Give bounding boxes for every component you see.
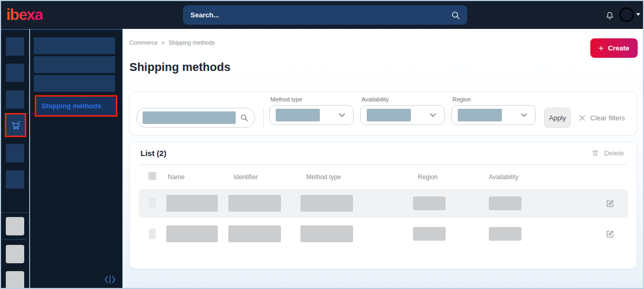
global-search-input[interactable]: [183, 11, 451, 19]
rail-item-placeholder[interactable]: [6, 217, 24, 235]
redacted-search-text: [143, 111, 236, 124]
redacted-region-cell: [413, 197, 446, 210]
edit-icon[interactable]: [606, 230, 615, 239]
shipping-methods-list: List (2) Delete Name Identifier Method t…: [129, 142, 637, 269]
create-button-label: Create: [608, 44, 629, 52]
table-row[interactable]: [138, 189, 628, 218]
delete-button-label: Delete: [604, 149, 624, 157]
chevron-down-icon: [338, 111, 346, 119]
filter-label: Availability: [361, 96, 445, 102]
clear-filters-button[interactable]: Clear filters: [579, 108, 625, 128]
search-icon: [451, 11, 460, 20]
submenu-item-shipping-methods[interactable]: Shipping methods: [36, 97, 116, 115]
list-divider: [140, 164, 626, 165]
rail-item-placeholder[interactable]: [6, 64, 24, 82]
main-content: Commerce > Shipping methods + Create Shi…: [123, 29, 643, 288]
chevron-down-icon: [520, 111, 528, 119]
ibexa-logo[interactable]: ibexa: [6, 6, 43, 24]
column-header-method-type: Method type: [306, 173, 341, 181]
row-checkbox[interactable]: [149, 198, 156, 209]
main-nav-rail: [1, 29, 29, 288]
global-search: [183, 5, 467, 25]
breadcrumb: Commerce > Shipping methods: [129, 39, 215, 46]
close-icon: [579, 115, 586, 121]
user-avatar[interactable]: [619, 7, 634, 22]
redacted-region-cell: [413, 227, 446, 241]
redacted-identifier-cell: [228, 195, 281, 212]
filter-divider: [263, 107, 264, 129]
app-window: ibexa: [0, 0, 644, 289]
availability-filter: Availability: [360, 96, 445, 125]
row-checkbox[interactable]: [149, 229, 156, 239]
rail-divider: [1, 212, 29, 213]
commerce-submenu: Shipping methods: [30, 29, 123, 288]
redacted-availability-cell: [489, 197, 521, 210]
create-button[interactable]: + Create: [590, 38, 638, 58]
table-row[interactable]: [138, 220, 628, 248]
edit-icon[interactable]: [606, 199, 615, 208]
submenu-item-placeholder[interactable]: [34, 75, 115, 92]
redacted-method-type-cell: [300, 225, 353, 242]
apply-button[interactable]: Apply: [544, 108, 571, 128]
redacted-select-value: [458, 109, 502, 121]
search-icon: [240, 113, 248, 122]
delete-button[interactable]: Delete: [591, 149, 624, 157]
filter-label: Region: [452, 96, 536, 102]
clear-filters-label: Clear filters: [590, 114, 625, 122]
method-type-select[interactable]: [269, 105, 354, 125]
column-header-identifier: Identifier: [234, 173, 258, 181]
redacted-name-cell: [166, 225, 218, 242]
panel-collapse-icon[interactable]: [104, 275, 116, 284]
filters-bar: Method type Availability Region: [129, 91, 637, 136]
filter-label: Method type: [270, 96, 354, 102]
rail-item-placeholder[interactable]: [6, 170, 24, 189]
rail-item-placeholder[interactable]: [6, 144, 24, 162]
chevron-down-icon: [429, 111, 437, 119]
submenu-item-placeholder[interactable]: [34, 56, 115, 73]
annotation-red-box: Shipping methods: [35, 95, 117, 117]
breadcrumb-current: Shipping methods: [168, 39, 215, 46]
submenu-item-placeholder[interactable]: [34, 37, 115, 54]
rail-item-placeholder[interactable]: [6, 271, 24, 289]
filter-search-field[interactable]: [136, 108, 255, 128]
topbar: ibexa: [1, 1, 643, 29]
method-type-filter: Method type: [269, 96, 354, 125]
rail-divider: [4, 239, 26, 240]
column-header-availability: Availability: [489, 173, 518, 181]
redacted-name-cell: [166, 195, 218, 212]
submenu-item-label: Shipping methods: [42, 102, 101, 110]
breadcrumb-separator: >: [162, 39, 165, 46]
user-menu-caret-icon[interactable]: [636, 13, 640, 16]
redacted-select-value: [367, 109, 411, 121]
annotation-red-box: [5, 113, 26, 137]
rail-item-placeholder[interactable]: [6, 37, 24, 56]
redacted-availability-cell: [489, 227, 521, 241]
redacted-identifier-cell: [228, 225, 281, 242]
select-all-checkbox[interactable]: [148, 172, 156, 180]
column-header-name: Name: [168, 173, 185, 181]
trash-icon: [591, 149, 599, 157]
table-header: Name Identifier Method type Region Avail…: [130, 172, 637, 184]
page-title: Shipping methods: [129, 60, 230, 74]
region-filter: Region: [451, 96, 536, 125]
availability-select[interactable]: [360, 105, 445, 125]
rail-item-placeholder[interactable]: [6, 90, 24, 109]
rail-item-placeholder[interactable]: [6, 245, 24, 263]
column-header-region: Region: [418, 173, 438, 181]
redacted-method-type-cell: [300, 195, 353, 212]
plus-icon: +: [599, 44, 604, 53]
redacted-select-value: [276, 109, 320, 121]
shopping-cart-icon[interactable]: [10, 119, 22, 131]
region-select[interactable]: [451, 105, 536, 125]
breadcrumb-commerce[interactable]: Commerce: [129, 39, 158, 46]
notifications-bell-icon[interactable]: [605, 9, 615, 21]
list-title: List (2): [140, 149, 166, 158]
